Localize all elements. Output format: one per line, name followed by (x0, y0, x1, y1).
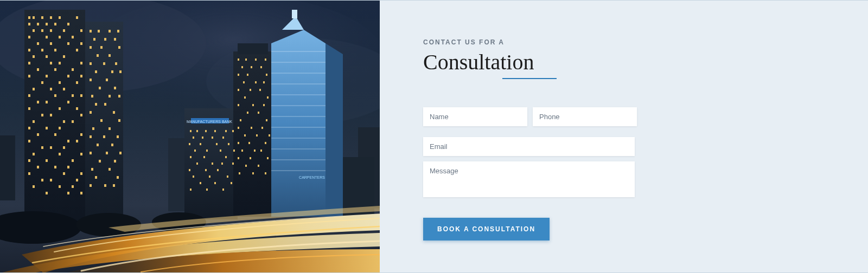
svg-rect-234 (238, 104, 239, 106)
svg-rect-158 (100, 119, 103, 122)
svg-rect-142 (103, 62, 105, 65)
svg-rect-49 (46, 36, 48, 38)
svg-rect-110 (80, 153, 82, 155)
svg-rect-127 (67, 192, 69, 194)
svg-rect-51 (72, 36, 74, 38)
svg-rect-201 (212, 162, 213, 165)
svg-rect-128 (80, 192, 82, 194)
svg-rect-137 (100, 46, 103, 49)
svg-rect-16 (292, 10, 297, 18)
svg-rect-171 (114, 160, 116, 162)
svg-rect-121 (50, 179, 52, 181)
svg-rect-65 (59, 62, 61, 64)
svg-rect-59 (76, 49, 78, 51)
svg-rect-207 (193, 176, 194, 178)
svg-rect-43 (33, 29, 35, 32)
svg-rect-87 (28, 107, 30, 110)
svg-rect-76 (76, 81, 78, 84)
svg-rect-32 (28, 16, 30, 19)
svg-text:CARPENTERS: CARPENTERS (299, 176, 325, 179)
message-input[interactable] (423, 161, 635, 197)
svg-rect-124 (59, 185, 61, 188)
svg-rect-169 (119, 152, 122, 154)
svg-rect-170 (99, 160, 101, 162)
svg-marker-17 (326, 43, 343, 217)
svg-rect-154 (95, 103, 97, 106)
svg-rect-198 (203, 156, 205, 158)
svg-rect-42 (67, 23, 69, 25)
svg-rect-107 (63, 146, 65, 149)
svg-rect-202 (221, 162, 223, 165)
svg-rect-135 (114, 38, 116, 41)
svg-rect-52 (37, 42, 39, 45)
svg-rect-172 (91, 168, 93, 171)
svg-rect-159 (118, 119, 120, 122)
svg-rect-173 (108, 168, 111, 171)
svg-rect-231 (259, 89, 261, 91)
svg-rect-185 (193, 136, 194, 139)
svg-rect-195 (220, 150, 221, 152)
svg-rect-203 (232, 162, 234, 165)
svg-rect-179 (190, 130, 192, 132)
svg-rect-166 (111, 144, 113, 146)
svg-rect-187 (212, 136, 213, 139)
svg-rect-241 (238, 127, 239, 129)
svg-rect-109 (59, 153, 61, 155)
svg-rect-130 (98, 30, 100, 32)
phone-input[interactable] (533, 107, 637, 126)
svg-rect-82 (72, 94, 74, 97)
svg-rect-119 (80, 172, 82, 175)
svg-rect-156 (90, 111, 92, 114)
svg-rect-164 (117, 135, 119, 138)
svg-rect-77 (33, 88, 35, 90)
svg-rect-194 (206, 150, 208, 152)
svg-rect-145 (111, 70, 113, 73)
svg-rect-233 (267, 96, 269, 99)
svg-rect-8 (85, 22, 123, 227)
svg-rect-47 (80, 29, 82, 32)
svg-rect-129 (90, 30, 92, 32)
svg-rect-53 (50, 42, 52, 45)
svg-rect-99 (37, 133, 39, 136)
svg-rect-95 (72, 120, 74, 123)
svg-rect-67 (37, 68, 39, 71)
svg-rect-84 (37, 101, 39, 103)
svg-rect-120 (41, 179, 43, 181)
svg-rect-183 (225, 130, 227, 132)
svg-rect-167 (90, 152, 92, 154)
consultation-form: BOOK A CONSULTATION (423, 107, 635, 240)
svg-rect-101 (80, 133, 82, 136)
svg-rect-249 (265, 142, 266, 144)
svg-rect-116 (67, 166, 69, 168)
svg-rect-259 (252, 172, 254, 174)
svg-rect-191 (216, 143, 218, 145)
svg-rect-123 (33, 185, 35, 188)
svg-rect-46 (63, 29, 65, 32)
svg-rect-177 (104, 184, 106, 187)
svg-rect-246 (269, 134, 270, 136)
svg-rect-58 (54, 49, 56, 51)
svg-rect-111 (28, 159, 30, 162)
svg-rect-240 (266, 119, 267, 121)
svg-rect-216 (238, 58, 239, 61)
svg-rect-115 (54, 166, 56, 168)
svg-rect-38 (28, 23, 30, 25)
svg-rect-222 (260, 66, 262, 68)
submit-button[interactable]: BOOK A CONSULTATION (423, 218, 550, 240)
svg-rect-100 (54, 133, 56, 136)
svg-rect-143 (115, 62, 117, 65)
svg-rect-165 (97, 144, 99, 146)
svg-rect-50 (59, 36, 61, 38)
name-input[interactable] (423, 107, 527, 126)
email-input[interactable] (423, 137, 635, 156)
svg-rect-232 (244, 96, 246, 99)
svg-rect-188 (222, 136, 224, 139)
svg-rect-247 (238, 142, 239, 144)
svg-rect-68 (54, 68, 56, 71)
svg-rect-211 (214, 182, 216, 184)
svg-rect-4 (0, 135, 15, 200)
svg-rect-56 (28, 49, 30, 51)
svg-rect-248 (248, 142, 250, 144)
svg-rect-239 (240, 119, 241, 121)
svg-rect-174 (95, 176, 97, 179)
